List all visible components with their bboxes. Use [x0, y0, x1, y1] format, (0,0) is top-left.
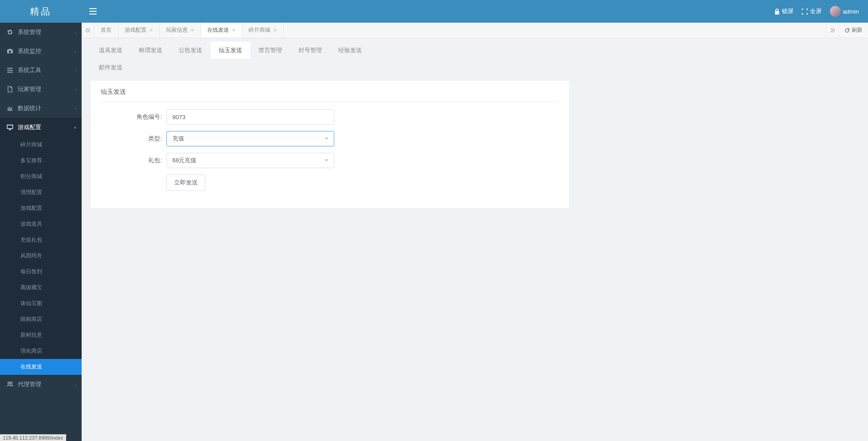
refresh-label: 刷新: [852, 26, 863, 34]
tab-label: 玩家信息: [166, 26, 188, 34]
chevron-icon: ‹: [75, 106, 76, 111]
sub-item[interactable]: 诛仙宝图: [0, 296, 82, 311]
close-icon[interactable]: ✕: [190, 28, 194, 33]
menu-label: 玩家管理: [18, 85, 41, 93]
topbar-right: 锁屏 全屏 admin: [775, 6, 868, 17]
topbar: 精品 锁屏 全屏 admin: [0, 0, 868, 23]
inner-tab[interactable]: 公告发送: [171, 42, 210, 59]
label-role-id: 角色编号:: [101, 113, 166, 121]
menu-item-camera[interactable]: 系统监控‹: [0, 42, 82, 61]
monitor-icon: [7, 124, 14, 131]
users-icon: [7, 381, 14, 388]
role-id-input[interactable]: [166, 109, 334, 125]
tabs-scroll-right[interactable]: [826, 23, 839, 38]
lock-screen-button[interactable]: 锁屏: [775, 7, 794, 15]
form-panel: 仙玉发送 角色编号: 类型: 充值 礼包: 68元充值 立即发送: [91, 81, 569, 208]
inner-tab[interactable]: 经验发送: [330, 42, 370, 59]
username: admin: [843, 8, 859, 15]
bars-icon: [7, 67, 14, 73]
sub-item[interactable]: 积分商城: [0, 169, 82, 184]
menu-label: 代理管理: [18, 380, 41, 388]
sub-item[interactable]: 清理配置: [0, 184, 82, 200]
double-chevron-left-icon: [86, 28, 90, 33]
page-tab[interactable]: 玩家信息✕: [160, 23, 201, 38]
camera-icon: [7, 48, 14, 54]
inner-tab[interactable]: 封号管理: [290, 42, 330, 59]
lock-icon: [775, 9, 780, 15]
inner-tab[interactable]: 邮件发送: [91, 59, 131, 76]
chevron-icon: ‹: [75, 87, 76, 92]
sub-item[interactable]: 游戏配置: [0, 200, 82, 216]
menu-label: 数据统计: [18, 104, 41, 112]
menu-item-bars[interactable]: 系统工具‹: [0, 61, 82, 80]
inner-tab[interactable]: 称谓发送: [131, 42, 171, 59]
user-menu[interactable]: admin: [830, 6, 859, 17]
sub-item[interactable]: 高级藏宝: [0, 280, 82, 296]
row-type: 类型: 充值: [101, 131, 559, 146]
inner-tab[interactable]: 仙玉发送: [210, 42, 250, 59]
inner-tab[interactable]: 禁言管理: [250, 42, 290, 59]
panel-title: 仙玉发送: [101, 88, 559, 102]
inner-tabs: 道具发送称谓发送公告发送仙玉发送禁言管理封号管理经验发送邮件发送: [82, 38, 868, 76]
page-tab[interactable]: 在线发送✕: [201, 23, 242, 38]
sidebar: 系统管理‹系统监控‹系统工具‹玩家管理‹数据统计‹游戏配置▾碎片商城多宝推荐积分…: [0, 23, 82, 441]
avatar: [830, 6, 841, 17]
menu-label: 系统监控: [18, 47, 41, 55]
row-pack: 礼包: 68元充值: [101, 153, 559, 168]
sub-item[interactable]: 碎片商城: [0, 137, 82, 153]
double-chevron-right-icon: [830, 28, 835, 33]
pack-select-value: 68元充值: [172, 156, 196, 165]
submit-button[interactable]: 立即发送: [166, 174, 205, 191]
sub-item[interactable]: 强化商店: [0, 343, 82, 359]
menu-icon: [89, 8, 97, 15]
menu-item-monitor[interactable]: 游戏配置▾: [0, 118, 82, 137]
tabs-scroll-left[interactable]: [82, 23, 94, 38]
sub-item[interactable]: 每日签到: [0, 264, 82, 280]
sidebar-toggle[interactable]: [82, 0, 104, 23]
pack-select[interactable]: 68元充值: [166, 153, 334, 168]
row-role-id: 角色编号:: [101, 109, 559, 125]
chevron-icon: ‹: [75, 49, 76, 54]
sub-item[interactable]: 新鲜玩意: [0, 327, 82, 343]
menu-label: 系统管理: [18, 28, 41, 36]
close-icon[interactable]: ✕: [149, 28, 153, 33]
chevron-icon: ‹: [75, 68, 76, 73]
menu-item-gear[interactable]: 系统管理‹: [0, 23, 82, 42]
menu-item-chart[interactable]: 数据统计‹: [0, 99, 82, 118]
main-content: 首页游戏配置✕玩家信息✕在线发送✕碎片商城✕ 刷新 道具发送称谓发送公告发送仙玉…: [82, 23, 868, 441]
fullscreen-button[interactable]: 全屏: [802, 7, 822, 15]
brand-logo: 精品: [0, 5, 82, 18]
page-tab[interactable]: 游戏配置✕: [118, 23, 160, 38]
row-submit: 立即发送: [101, 174, 559, 191]
type-select[interactable]: 充值: [166, 131, 334, 146]
page-tab[interactable]: 碎片商城✕: [242, 23, 283, 38]
menu-label: 游戏配置: [18, 123, 41, 131]
sub-item[interactable]: 游戏道具: [0, 216, 82, 232]
tab-label: 首页: [101, 26, 112, 34]
file-icon: [7, 86, 14, 92]
sub-item[interactable]: 在线发送: [0, 359, 82, 375]
menu-label: 系统工具: [18, 66, 41, 74]
lock-screen-label: 锁屏: [782, 7, 794, 15]
expand-icon: [802, 9, 808, 15]
sub-item[interactable]: 充值礼包: [0, 232, 82, 248]
chevron-icon: ▾: [74, 125, 76, 130]
chevron-icon: ‹: [75, 30, 76, 35]
browser-status-bar: 119.45.112.237:8989/index: [0, 434, 66, 441]
sub-item[interactable]: 限购商店: [0, 311, 82, 327]
refresh-button[interactable]: 刷新: [839, 23, 868, 38]
menu-item-users[interactable]: 代理管理‹: [0, 375, 82, 394]
tab-label: 游戏配置: [125, 26, 146, 34]
chart-icon: [7, 105, 14, 111]
close-icon[interactable]: ✕: [232, 28, 235, 33]
sub-item[interactable]: 多宝推荐: [0, 153, 82, 169]
fullscreen-label: 全屏: [810, 7, 822, 15]
page-tab[interactable]: 首页: [94, 23, 118, 38]
sub-item[interactable]: 风雨同舟: [0, 248, 82, 264]
type-select-value: 充值: [172, 135, 184, 143]
chevron-icon: ‹: [75, 382, 76, 387]
tab-label: 碎片商城: [249, 26, 270, 34]
menu-item-file[interactable]: 玩家管理‹: [0, 80, 82, 99]
close-icon[interactable]: ✕: [273, 28, 277, 33]
inner-tab[interactable]: 道具发送: [91, 42, 131, 59]
